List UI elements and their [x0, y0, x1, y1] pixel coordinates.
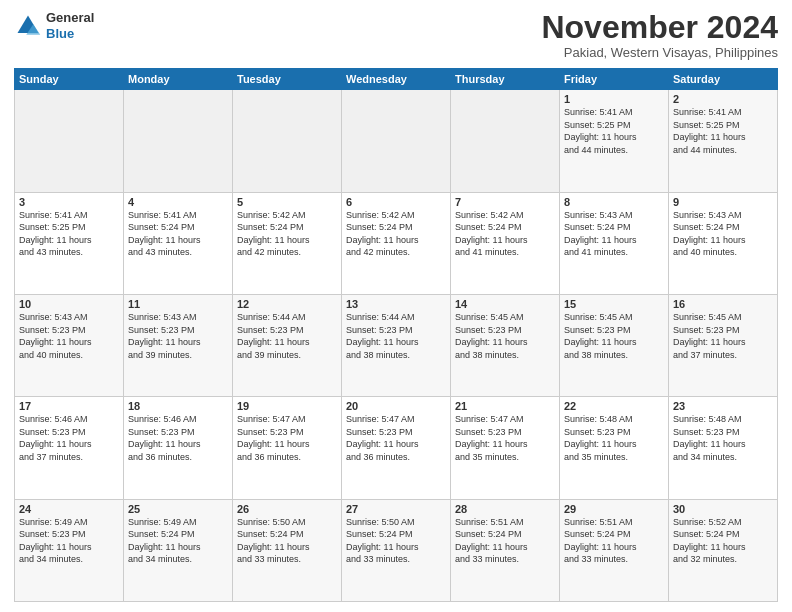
day-info: Sunrise: 5:45 AM Sunset: 5:23 PM Dayligh…	[564, 311, 664, 361]
calendar-cell: 4Sunrise: 5:41 AM Sunset: 5:24 PM Daylig…	[124, 192, 233, 294]
day-number: 22	[564, 400, 664, 412]
day-info: Sunrise: 5:44 AM Sunset: 5:23 PM Dayligh…	[237, 311, 337, 361]
calendar-cell: 11Sunrise: 5:43 AM Sunset: 5:23 PM Dayli…	[124, 294, 233, 396]
calendar-cell	[342, 90, 451, 192]
calendar-day-header: Thursday	[451, 69, 560, 90]
day-number: 29	[564, 503, 664, 515]
calendar-day-header: Sunday	[15, 69, 124, 90]
day-info: Sunrise: 5:51 AM Sunset: 5:24 PM Dayligh…	[455, 516, 555, 566]
day-info: Sunrise: 5:42 AM Sunset: 5:24 PM Dayligh…	[346, 209, 446, 259]
calendar-week-row: 1Sunrise: 5:41 AM Sunset: 5:25 PM Daylig…	[15, 90, 778, 192]
day-number: 19	[237, 400, 337, 412]
calendar-cell: 13Sunrise: 5:44 AM Sunset: 5:23 PM Dayli…	[342, 294, 451, 396]
day-number: 6	[346, 196, 446, 208]
day-number: 27	[346, 503, 446, 515]
day-number: 18	[128, 400, 228, 412]
calendar-cell: 19Sunrise: 5:47 AM Sunset: 5:23 PM Dayli…	[233, 397, 342, 499]
day-number: 26	[237, 503, 337, 515]
day-number: 9	[673, 196, 773, 208]
calendar-cell: 2Sunrise: 5:41 AM Sunset: 5:25 PM Daylig…	[669, 90, 778, 192]
day-number: 13	[346, 298, 446, 310]
day-number: 30	[673, 503, 773, 515]
day-info: Sunrise: 5:43 AM Sunset: 5:24 PM Dayligh…	[564, 209, 664, 259]
calendar-cell: 26Sunrise: 5:50 AM Sunset: 5:24 PM Dayli…	[233, 499, 342, 601]
calendar-cell: 10Sunrise: 5:43 AM Sunset: 5:23 PM Dayli…	[15, 294, 124, 396]
calendar-cell: 30Sunrise: 5:52 AM Sunset: 5:24 PM Dayli…	[669, 499, 778, 601]
day-number: 20	[346, 400, 446, 412]
day-info: Sunrise: 5:47 AM Sunset: 5:23 PM Dayligh…	[346, 413, 446, 463]
day-info: Sunrise: 5:48 AM Sunset: 5:23 PM Dayligh…	[564, 413, 664, 463]
day-info: Sunrise: 5:42 AM Sunset: 5:24 PM Dayligh…	[237, 209, 337, 259]
day-info: Sunrise: 5:41 AM Sunset: 5:25 PM Dayligh…	[19, 209, 119, 259]
day-info: Sunrise: 5:49 AM Sunset: 5:24 PM Dayligh…	[128, 516, 228, 566]
calendar-cell: 22Sunrise: 5:48 AM Sunset: 5:23 PM Dayli…	[560, 397, 669, 499]
month-title: November 2024	[541, 10, 778, 45]
day-info: Sunrise: 5:43 AM Sunset: 5:23 PM Dayligh…	[19, 311, 119, 361]
calendar-cell: 20Sunrise: 5:47 AM Sunset: 5:23 PM Dayli…	[342, 397, 451, 499]
calendar-cell: 5Sunrise: 5:42 AM Sunset: 5:24 PM Daylig…	[233, 192, 342, 294]
calendar-day-header: Friday	[560, 69, 669, 90]
day-number: 2	[673, 93, 773, 105]
day-info: Sunrise: 5:46 AM Sunset: 5:23 PM Dayligh…	[128, 413, 228, 463]
day-info: Sunrise: 5:45 AM Sunset: 5:23 PM Dayligh…	[455, 311, 555, 361]
location: Pakiad, Western Visayas, Philippines	[541, 45, 778, 60]
day-info: Sunrise: 5:52 AM Sunset: 5:24 PM Dayligh…	[673, 516, 773, 566]
calendar-cell: 14Sunrise: 5:45 AM Sunset: 5:23 PM Dayli…	[451, 294, 560, 396]
calendar-week-row: 3Sunrise: 5:41 AM Sunset: 5:25 PM Daylig…	[15, 192, 778, 294]
calendar-cell: 18Sunrise: 5:46 AM Sunset: 5:23 PM Dayli…	[124, 397, 233, 499]
day-info: Sunrise: 5:51 AM Sunset: 5:24 PM Dayligh…	[564, 516, 664, 566]
day-number: 7	[455, 196, 555, 208]
calendar-cell: 15Sunrise: 5:45 AM Sunset: 5:23 PM Dayli…	[560, 294, 669, 396]
calendar-cell: 1Sunrise: 5:41 AM Sunset: 5:25 PM Daylig…	[560, 90, 669, 192]
calendar-cell: 6Sunrise: 5:42 AM Sunset: 5:24 PM Daylig…	[342, 192, 451, 294]
day-number: 4	[128, 196, 228, 208]
calendar-day-header: Saturday	[669, 69, 778, 90]
calendar-cell: 25Sunrise: 5:49 AM Sunset: 5:24 PM Dayli…	[124, 499, 233, 601]
day-info: Sunrise: 5:50 AM Sunset: 5:24 PM Dayligh…	[237, 516, 337, 566]
day-number: 15	[564, 298, 664, 310]
day-number: 25	[128, 503, 228, 515]
day-info: Sunrise: 5:49 AM Sunset: 5:23 PM Dayligh…	[19, 516, 119, 566]
calendar-week-row: 10Sunrise: 5:43 AM Sunset: 5:23 PM Dayli…	[15, 294, 778, 396]
header: General Blue November 2024 Pakiad, Weste…	[14, 10, 778, 60]
day-info: Sunrise: 5:41 AM Sunset: 5:25 PM Dayligh…	[673, 106, 773, 156]
day-info: Sunrise: 5:41 AM Sunset: 5:24 PM Dayligh…	[128, 209, 228, 259]
calendar-cell	[124, 90, 233, 192]
day-number: 10	[19, 298, 119, 310]
page: General Blue November 2024 Pakiad, Weste…	[0, 0, 792, 612]
day-info: Sunrise: 5:41 AM Sunset: 5:25 PM Dayligh…	[564, 106, 664, 156]
logo-general-text: General	[46, 10, 94, 26]
day-number: 11	[128, 298, 228, 310]
calendar-cell: 24Sunrise: 5:49 AM Sunset: 5:23 PM Dayli…	[15, 499, 124, 601]
day-number: 21	[455, 400, 555, 412]
day-info: Sunrise: 5:47 AM Sunset: 5:23 PM Dayligh…	[455, 413, 555, 463]
day-info: Sunrise: 5:42 AM Sunset: 5:24 PM Dayligh…	[455, 209, 555, 259]
calendar-cell	[233, 90, 342, 192]
day-number: 12	[237, 298, 337, 310]
day-number: 23	[673, 400, 773, 412]
day-number: 17	[19, 400, 119, 412]
day-info: Sunrise: 5:43 AM Sunset: 5:24 PM Dayligh…	[673, 209, 773, 259]
calendar-cell	[15, 90, 124, 192]
calendar-cell: 27Sunrise: 5:50 AM Sunset: 5:24 PM Dayli…	[342, 499, 451, 601]
calendar-week-row: 17Sunrise: 5:46 AM Sunset: 5:23 PM Dayli…	[15, 397, 778, 499]
day-info: Sunrise: 5:47 AM Sunset: 5:23 PM Dayligh…	[237, 413, 337, 463]
calendar-day-header: Wednesday	[342, 69, 451, 90]
day-number: 14	[455, 298, 555, 310]
calendar-cell: 9Sunrise: 5:43 AM Sunset: 5:24 PM Daylig…	[669, 192, 778, 294]
calendar-cell	[451, 90, 560, 192]
calendar-cell: 3Sunrise: 5:41 AM Sunset: 5:25 PM Daylig…	[15, 192, 124, 294]
calendar-cell: 23Sunrise: 5:48 AM Sunset: 5:23 PM Dayli…	[669, 397, 778, 499]
calendar-cell: 28Sunrise: 5:51 AM Sunset: 5:24 PM Dayli…	[451, 499, 560, 601]
day-number: 24	[19, 503, 119, 515]
day-info: Sunrise: 5:44 AM Sunset: 5:23 PM Dayligh…	[346, 311, 446, 361]
day-info: Sunrise: 5:50 AM Sunset: 5:24 PM Dayligh…	[346, 516, 446, 566]
calendar-cell: 17Sunrise: 5:46 AM Sunset: 5:23 PM Dayli…	[15, 397, 124, 499]
logo: General Blue	[14, 10, 94, 41]
logo-icon	[14, 12, 42, 40]
day-info: Sunrise: 5:48 AM Sunset: 5:23 PM Dayligh…	[673, 413, 773, 463]
title-block: November 2024 Pakiad, Western Visayas, P…	[541, 10, 778, 60]
calendar-cell: 29Sunrise: 5:51 AM Sunset: 5:24 PM Dayli…	[560, 499, 669, 601]
calendar-cell: 16Sunrise: 5:45 AM Sunset: 5:23 PM Dayli…	[669, 294, 778, 396]
calendar-cell: 7Sunrise: 5:42 AM Sunset: 5:24 PM Daylig…	[451, 192, 560, 294]
